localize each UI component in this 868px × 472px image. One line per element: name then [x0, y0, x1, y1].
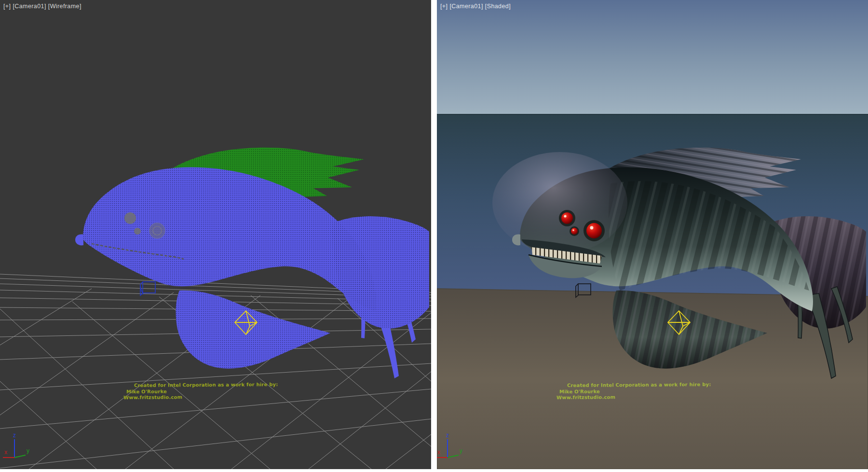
credit-line-1: Created for Intel Corporation as a work … — [134, 382, 283, 389]
viewport-splitter[interactable] — [431, 0, 437, 472]
viewport-label-left: [+][Camera01][Wireframe] — [3, 3, 83, 10]
credit-line-3: Www.fritzstudio.com — [123, 394, 283, 401]
axis-z-label: z — [446, 432, 449, 439]
viewport-menu-button[interactable]: [+] — [440, 3, 448, 10]
sky — [437, 0, 868, 114]
camera-label[interactable]: [Camera01] — [13, 3, 46, 10]
shading-mode-label[interactable]: [Wireframe] — [48, 3, 81, 10]
bottom-border — [0, 469, 868, 472]
axis-x-label: x — [4, 449, 7, 456]
horizon-line — [437, 114, 868, 115]
credit-text-right: Created for Intel Corporation as a work … — [556, 382, 716, 401]
axis-x-label: x — [437, 449, 440, 456]
credit-text-left: Created for Intel Corporation as a work … — [123, 382, 283, 401]
shading-mode-label[interactable]: [Shaded] — [485, 3, 511, 10]
axis-y-label: y — [460, 447, 462, 454]
axis-z-label: z — [13, 432, 16, 439]
viewport-canvas: z x y — [0, 0, 868, 472]
camera-label[interactable]: [Camera01] — [449, 3, 483, 10]
viewport-menu-button[interactable]: [+] — [3, 3, 11, 10]
viewport-label-right: [+][Camera01][Shaded] — [440, 3, 513, 10]
dual-viewport-window: z x y — [0, 0, 868, 472]
credit-line-1: Created for Intel Corporation as a work … — [567, 382, 716, 389]
axis-y-label: y — [27, 447, 29, 454]
credit-line-3: Www.fritzstudio.com — [556, 394, 716, 401]
